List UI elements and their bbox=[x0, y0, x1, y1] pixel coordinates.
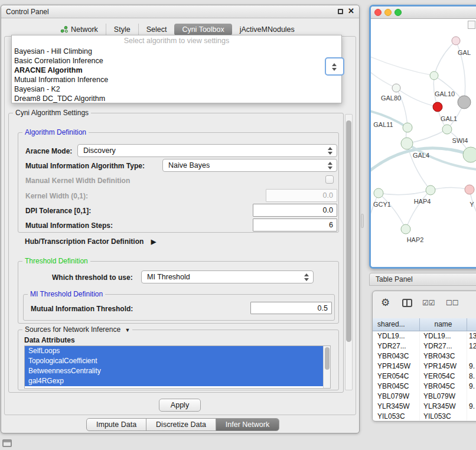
mi-algorithm-type-select[interactable]: Naive Bayes bbox=[162, 159, 337, 172]
network-node-hap4[interactable] bbox=[426, 185, 435, 195]
which-threshold-value: MI Threshold bbox=[147, 273, 190, 281]
attribute-item[interactable]: gal4RGexp bbox=[25, 376, 324, 386]
float-panel-icon[interactable] bbox=[338, 9, 343, 14]
column-header-shared-name[interactable]: shared... bbox=[373, 318, 420, 331]
gear-icon[interactable]: ⚙ bbox=[381, 296, 390, 308]
kernel-width-label: Kernel Width (0,1): bbox=[25, 192, 88, 200]
minimize-traffic-light-icon[interactable] bbox=[384, 9, 392, 16]
table-row[interactable]: YIL053CYIL053C bbox=[373, 412, 476, 420]
which-threshold-select[interactable]: MI Threshold bbox=[141, 270, 314, 283]
tab-jactivemnodules[interactable]: jActiveMNodules bbox=[232, 24, 302, 35]
tab-select[interactable]: Select bbox=[138, 24, 175, 35]
hub-transcription-factor-section[interactable]: Hub/Transcription Factor Definition ▶ bbox=[25, 237, 156, 246]
network-edge[interactable] bbox=[434, 41, 456, 76]
network-node-hap2[interactable] bbox=[401, 224, 410, 234]
column-header-extra[interactable] bbox=[467, 318, 476, 331]
network-edge[interactable] bbox=[406, 190, 431, 229]
scrollbar-thumb[interactable] bbox=[325, 347, 330, 370]
mi-threshold-definition-group: MI Threshold Definition Mutual Informati… bbox=[23, 294, 335, 321]
network-edge[interactable] bbox=[371, 65, 396, 88]
node-label: Y bbox=[470, 201, 474, 208]
dropdown-placeholder: Select algorithm to view settings bbox=[12, 35, 341, 47]
attributes-list-scrollbar[interactable] bbox=[323, 346, 330, 388]
minimized-panel-icon[interactable] bbox=[2, 439, 12, 447]
close-traffic-light-icon[interactable] bbox=[374, 9, 382, 16]
network-edge[interactable] bbox=[379, 193, 406, 229]
algorithm-select-button[interactable] bbox=[325, 57, 344, 76]
algorithm-option-2[interactable]: Basic Correlation Inference bbox=[12, 56, 341, 66]
attribute-item[interactable]: TopologicalCoefficient bbox=[25, 356, 324, 366]
node-label: SWI4 bbox=[452, 137, 468, 144]
apply-button[interactable]: Apply bbox=[159, 399, 201, 412]
dpi-tolerance-input[interactable] bbox=[253, 204, 337, 217]
manual-kernel-width-checkbox[interactable] bbox=[325, 175, 334, 184]
scrollbar-thumb[interactable] bbox=[346, 120, 351, 342]
tab-network[interactable]: Network bbox=[53, 24, 106, 35]
mi-threshold-definition-title: MI Threshold Definition bbox=[28, 290, 105, 298]
network-node[interactable] bbox=[430, 71, 438, 80]
mi-threshold-input[interactable] bbox=[250, 302, 332, 314]
table-row[interactable]: YBR045CYBR045C9. bbox=[373, 381, 476, 392]
aracne-mode-label: Aracne Mode: bbox=[25, 147, 72, 155]
column-header-name[interactable]: name bbox=[420, 318, 467, 331]
table-row[interactable]: YDL19...YDL19...13 bbox=[373, 331, 476, 341]
tab-cyni-toolbox[interactable]: Cyni Toolbox bbox=[174, 24, 232, 35]
network-window-titlebar[interactable] bbox=[371, 6, 476, 19]
aracne-mode-select[interactable]: Discovery bbox=[77, 144, 337, 157]
algorithm-option-5[interactable]: Bayesian - K2 bbox=[12, 84, 341, 94]
tab-style[interactable]: Style bbox=[106, 24, 138, 35]
mi-algorithm-type-value: Naive Bayes bbox=[168, 161, 210, 169]
kernel-width-input[interactable] bbox=[266, 189, 337, 202]
splitter-handle[interactable] bbox=[361, 214, 364, 228]
network-node-y[interactable] bbox=[465, 185, 474, 194]
table-row[interactable]: YDR27...YDR27...12 bbox=[373, 341, 476, 351]
algorithm-option-6[interactable]: Dream8 DC_TDC Algorithm bbox=[12, 94, 341, 103]
network-node-gal1[interactable] bbox=[442, 125, 452, 134]
network-edge[interactable] bbox=[431, 187, 470, 190]
network-node-gal11[interactable] bbox=[403, 123, 412, 132]
dpi-tolerance-label: DPI Tolerance [0,1]: bbox=[25, 207, 91, 215]
network-node-swi4[interactable] bbox=[463, 147, 476, 162]
network-edge[interactable] bbox=[407, 129, 447, 144]
table-row[interactable]: YLR345WYLR345W9. bbox=[373, 402, 476, 412]
table-row[interactable]: YBR043CYBR043C bbox=[373, 351, 476, 361]
network-edge[interactable] bbox=[396, 88, 438, 107]
collapse-down-icon[interactable]: ▼ bbox=[125, 327, 130, 333]
attribute-item[interactable]: SelfLoops bbox=[25, 346, 324, 356]
network-node-gcy1[interactable] bbox=[374, 188, 383, 198]
table-row[interactable]: YER054CYER054C8. bbox=[373, 371, 476, 381]
zoom-traffic-light-icon[interactable] bbox=[395, 9, 402, 16]
select-all-icon[interactable]: ☑☑ bbox=[422, 299, 435, 307]
network-node-gal10[interactable] bbox=[433, 102, 442, 112]
settings-scrollbar[interactable] bbox=[345, 114, 353, 390]
network-node-gal4[interactable] bbox=[401, 138, 413, 149]
node-label: GAL11 bbox=[373, 121, 393, 128]
columns-icon[interactable] bbox=[402, 299, 412, 307]
node-label: GAL4 bbox=[413, 152, 429, 159]
deselect-all-icon[interactable]: ☐☐ bbox=[446, 299, 459, 307]
table-cell: 12 bbox=[467, 341, 476, 351]
algorithm-option-3[interactable]: ARACNE Algorithm bbox=[12, 66, 341, 75]
network-node-gal[interactable] bbox=[452, 37, 460, 45]
close-panel-icon[interactable]: ✕ bbox=[348, 6, 354, 15]
attribute-item[interactable]: BetweennessCentrality bbox=[25, 366, 324, 376]
network-node[interactable] bbox=[458, 96, 471, 109]
network-edge[interactable] bbox=[371, 53, 434, 76]
table-row[interactable]: YBL079WYBL079W bbox=[373, 392, 476, 402]
control-panel-titlebar: Control Panel ✕ bbox=[1, 5, 359, 18]
table-row[interactable]: YPR145WYPR145W9. bbox=[373, 361, 476, 371]
data-attributes-list[interactable]: SelfLoopsTopologicalCoefficientBetweenne… bbox=[24, 345, 331, 389]
tab-impute-data[interactable]: Impute Data bbox=[87, 419, 146, 431]
network-canvas[interactable]: GALGAL80GAL10GAL11GAL1SWI4GAL4GCY1HAP4YH… bbox=[371, 19, 476, 267]
network-node-gal80[interactable] bbox=[392, 84, 400, 92]
expand-right-icon[interactable]: ▶ bbox=[151, 238, 156, 245]
tab-infer-network[interactable]: Infer Network bbox=[216, 419, 279, 431]
sources-group-title[interactable]: Sources for Network Inference ▼ bbox=[22, 325, 132, 334]
tab-label: Cyni Toolbox bbox=[182, 24, 224, 35]
algorithm-option-1[interactable]: Bayesian - Hill Climbing bbox=[12, 47, 341, 56]
network-edge[interactable] bbox=[379, 190, 431, 195]
algorithm-option-4[interactable]: Mutual Information Inference bbox=[12, 75, 341, 84]
table-cell: YBL079W bbox=[373, 392, 420, 402]
mi-steps-input[interactable] bbox=[253, 219, 337, 231]
tab-discretize-data[interactable]: Discretize Data bbox=[146, 419, 216, 431]
